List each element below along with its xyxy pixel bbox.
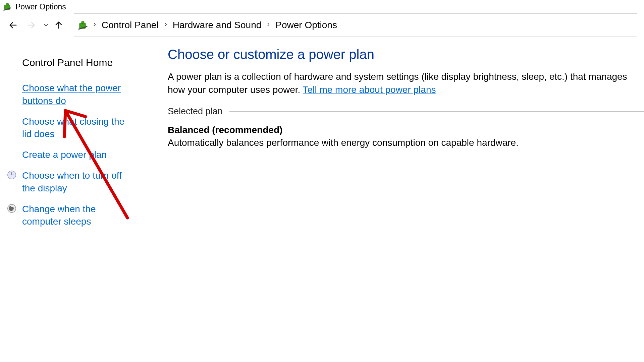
- breadcrumb-sep-icon[interactable]: [90, 20, 99, 31]
- forward-button[interactable]: [25, 19, 38, 32]
- shield-icon: [7, 203, 17, 214]
- divider-line: [229, 111, 644, 112]
- shield-icon: [7, 170, 17, 180]
- plan-name: Balanced (recommended): [168, 125, 644, 135]
- breadcrumb-sep-icon[interactable]: [161, 20, 170, 31]
- sidebar-item-label: Create a power plan: [22, 149, 107, 160]
- window-title: Power Options: [15, 2, 66, 11]
- up-button[interactable]: [52, 19, 65, 32]
- selected-plan-label: Selected plan: [168, 106, 223, 117]
- sidebar-item-label: Choose what the power buttons do: [22, 83, 121, 106]
- breadcrumb-sep-icon[interactable]: [264, 20, 273, 31]
- page-heading: Choose or customize a power plan: [168, 47, 644, 62]
- sidebar-link-create-plan[interactable]: Create a power plan: [22, 148, 136, 161]
- address-bar[interactable]: Control Panel Hardware and Sound Power O…: [74, 13, 637, 37]
- nav-toolbar: Control Panel Hardware and Sound Power O…: [0, 13, 644, 37]
- tell-me-more-link[interactable]: Tell me more about power plans: [303, 84, 436, 95]
- recent-locations-dropdown[interactable]: [43, 19, 49, 32]
- breadcrumb-power-options[interactable]: Power Options: [273, 20, 340, 31]
- breadcrumb-hardware-sound[interactable]: Hardware and Sound: [170, 20, 264, 31]
- sidebar-link-power-buttons[interactable]: Choose what the power buttons do: [22, 82, 136, 107]
- breadcrumb-control-panel[interactable]: Control Panel: [99, 20, 161, 31]
- sidebar-item-label: Choose when to turn off the display: [22, 170, 122, 193]
- left-sidebar: Control Panel Home Choose what the power…: [0, 47, 154, 236]
- control-panel-home-link[interactable]: Control Panel Home: [22, 57, 148, 68]
- main-panel: Choose or customize a power plan A power…: [154, 47, 644, 236]
- titlebar: Power Options: [0, 0, 644, 13]
- svg-rect-1: [6, 3, 9, 5]
- sidebar-item-label: Choose what closing the lid does: [22, 116, 124, 139]
- power-options-icon: [3, 2, 12, 11]
- content-area: Control Panel Home Choose what the power…: [0, 37, 644, 236]
- sidebar-item-label: Change when the computer sleeps: [22, 204, 96, 227]
- back-button[interactable]: [7, 19, 19, 32]
- sidebar-link-turn-off-display[interactable]: Choose when to turn off the display: [22, 169, 136, 195]
- svg-rect-3: [82, 21, 84, 23]
- page-description: A power plan is a collection of hardware…: [168, 70, 644, 96]
- selected-plan-divider: Selected plan: [168, 106, 644, 117]
- plan-description: Automatically balances performance with …: [168, 137, 644, 148]
- address-icon: [77, 20, 88, 31]
- sidebar-link-computer-sleeps[interactable]: Change when the computer sleeps: [22, 203, 136, 228]
- sidebar-link-closing-lid[interactable]: Choose what closing the lid does: [22, 115, 136, 141]
